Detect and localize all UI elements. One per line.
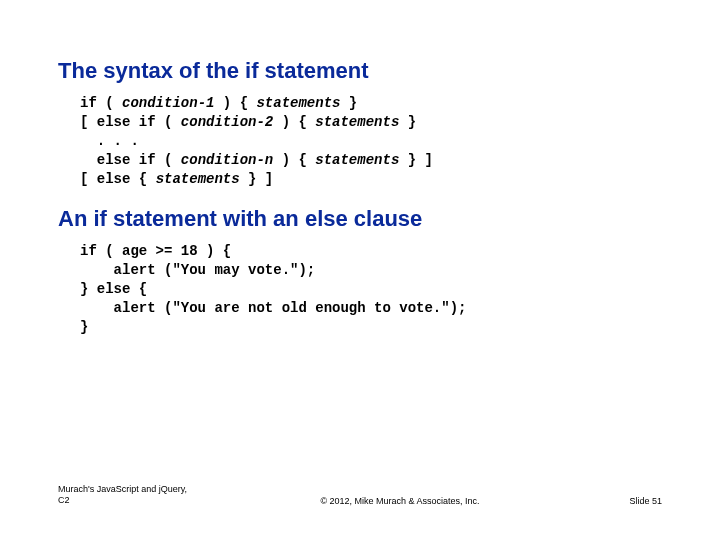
ex-l1: if ( age >= 18 ) {: [80, 243, 231, 259]
syntax-l3: . . .: [80, 133, 139, 149]
syntax-l2b: condition-2: [181, 114, 273, 130]
syntax-l1c: ) {: [214, 95, 256, 111]
footer-book-title: Murach's JavaScript and jQuery,: [58, 484, 218, 495]
syntax-l4e: } ]: [399, 152, 433, 168]
footer-slide-number: Slide 51: [582, 496, 662, 506]
syntax-l1e: }: [340, 95, 357, 111]
slide: The syntax of the if statement if ( cond…: [0, 0, 720, 540]
syntax-l2a: [ else if (: [80, 114, 181, 130]
syntax-l2d: statements: [315, 114, 399, 130]
syntax-l4c: ) {: [273, 152, 315, 168]
syntax-l4d: statements: [315, 152, 399, 168]
syntax-l1b: condition-1: [122, 95, 214, 111]
code-syntax: if ( condition-1 ) { statements } [ else…: [80, 94, 662, 188]
ex-l2: alert ("You may vote.");: [80, 262, 315, 278]
footer: Murach's JavaScript and jQuery, C2 © 201…: [58, 484, 662, 506]
syntax-l5b: statements: [156, 171, 240, 187]
heading-syntax: The syntax of the if statement: [58, 58, 662, 84]
syntax-l1d: statements: [256, 95, 340, 111]
syntax-l2e: }: [399, 114, 416, 130]
syntax-l5c: } ]: [240, 171, 274, 187]
footer-chapter: C2: [58, 495, 218, 506]
syntax-l1a: if (: [80, 95, 122, 111]
footer-left: Murach's JavaScript and jQuery, C2: [58, 484, 218, 506]
ex-l4: alert ("You are not old enough to vote."…: [80, 300, 466, 316]
syntax-l4a: else if (: [80, 152, 181, 168]
ex-l5: }: [80, 319, 88, 335]
syntax-l2c: ) {: [273, 114, 315, 130]
code-example: if ( age >= 18 ) { alert ("You may vote.…: [80, 242, 662, 336]
footer-copyright: © 2012, Mike Murach & Associates, Inc.: [218, 496, 582, 506]
ex-l3: } else {: [80, 281, 147, 297]
syntax-l5a: [ else {: [80, 171, 156, 187]
heading-example: An if statement with an else clause: [58, 206, 662, 232]
syntax-l4b: condition-n: [181, 152, 273, 168]
